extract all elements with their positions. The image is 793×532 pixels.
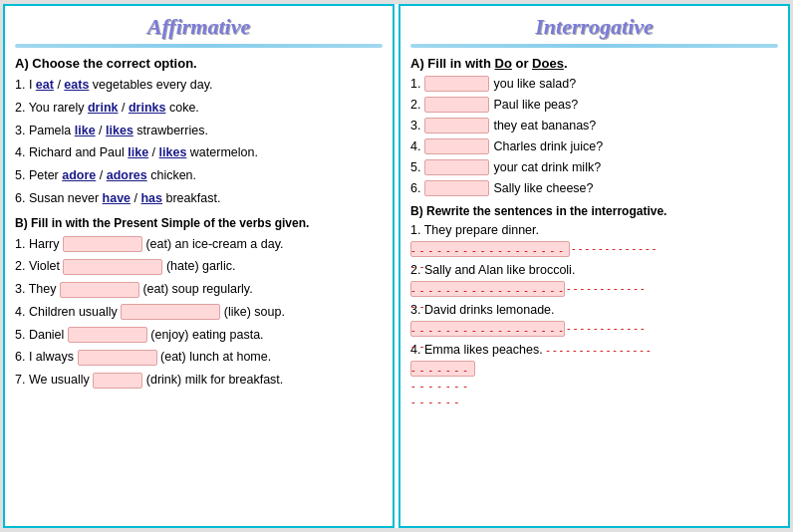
right-a-item-2: 2. Paul like peas? [410, 97, 778, 113]
right-a-item-1: 1. you like salad? [410, 76, 778, 92]
fill-input-1[interactable] [63, 236, 142, 252]
left-b-item-7: 7. We usually (drink) milk for breakfast… [15, 371, 383, 390]
section-b-title-right: B) Rewrite the sentences in the interrog… [410, 204, 778, 218]
interrog-input-2[interactable] [424, 97, 489, 113]
affirmative-panel: Affirmative A) Choose the correct option… [3, 4, 395, 528]
fill-input-4[interactable] [121, 304, 220, 320]
right-a-item-6: 6. Sally like cheese? [410, 180, 778, 196]
page: Affirmative A) Choose the correct option… [3, 4, 790, 528]
section-b-title-left: B) Fill in with the Present Simple of th… [15, 216, 383, 230]
fill-input-2[interactable] [63, 259, 162, 275]
left-a-item-3: 3. Pamela like / likes strawberries. [15, 122, 383, 140]
interrog-input-5[interactable] [424, 159, 489, 175]
affirmative-title: Affirmative [15, 14, 383, 40]
interrogative-title: Interrogative [410, 14, 778, 40]
fill-input-6[interactable] [78, 350, 157, 366]
left-b-item-4: 4. Children usually (like) soup. [15, 303, 383, 322]
title-underline-right [410, 44, 778, 48]
interrog-input-6[interactable] [424, 180, 489, 196]
left-a-item-6: 6. Susan never have / has breakfast. [15, 189, 383, 208]
section-a-title-left: A) Choose the correct option. [15, 56, 383, 71]
interrog-input-3[interactable] [424, 118, 489, 133]
rewrite-input-3[interactable] [410, 321, 565, 337]
left-b-item-2: 2. Violet (hate) garlic. [15, 257, 383, 276]
interrogative-panel: Interrogative A) Fill in with Do or Does… [398, 4, 790, 528]
fill-input-5[interactable] [68, 327, 147, 343]
left-a-item-4: 4. Richard and Paul like / likes waterme… [15, 143, 383, 162]
right-a-item-3: 3. they eat bananas? [410, 118, 778, 133]
right-a-item-4: 4. Charles drink juice? [410, 138, 778, 154]
interrog-input-4[interactable] [424, 138, 489, 154]
rewrite-input-4[interactable] [410, 361, 475, 377]
left-b-item-1: 1. Harry (eat) an ice-cream a day. [15, 235, 383, 254]
left-a-item-5: 5. Peter adore / adores chicken. [15, 166, 383, 185]
right-b-item-1: 1. They prepare dinner. - - - - - - - - … [410, 223, 778, 257]
left-b-item-3: 3. They (eat) soup regularly. [15, 280, 383, 299]
left-a-item-2: 2. You rarely drink / drinks coke. [15, 99, 383, 118]
rewrite-input-2[interactable] [410, 281, 565, 297]
rewrite-input-1[interactable] [410, 241, 570, 257]
fill-input-3[interactable] [60, 282, 139, 298]
left-b-item-5: 5. Daniel (enjoy) eating pasta. [15, 326, 383, 345]
left-a-item-1: 1. I eat / eats vegetables every day. [15, 76, 383, 95]
title-underline-left [15, 44, 383, 48]
section-a-title-right: A) Fill in with Do or Does. [410, 56, 778, 71]
right-a-item-5: 5. your cat drink milk? [410, 159, 778, 175]
interrog-input-1[interactable] [424, 76, 489, 92]
fill-input-7[interactable] [93, 373, 142, 389]
left-b-item-6: 6. I always (eat) lunch at home. [15, 348, 383, 367]
